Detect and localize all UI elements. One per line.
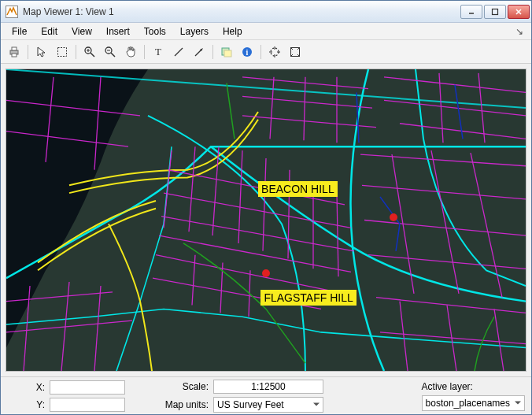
svg-rect-6 bbox=[12, 54, 17, 57]
svg-rect-3 bbox=[493, 9, 498, 14]
active-layer-select[interactable]: boston_placenames bbox=[422, 395, 525, 411]
active-layer-label: Active layer: bbox=[422, 381, 473, 392]
zoom-out-icon[interactable] bbox=[102, 43, 119, 61]
svg-line-17 bbox=[195, 50, 201, 56]
text-icon[interactable]: T bbox=[150, 43, 167, 61]
scale-label: Scale: bbox=[161, 381, 209, 392]
maximize-button[interactable] bbox=[484, 5, 506, 19]
menu-layers[interactable]: Layers bbox=[174, 24, 215, 39]
window-title: Map Viewer 1: View 1 bbox=[23, 6, 460, 17]
line-icon[interactable] bbox=[170, 43, 187, 61]
close-button[interactable] bbox=[508, 5, 530, 19]
svg-text:i: i bbox=[246, 48, 249, 57]
separator bbox=[212, 45, 213, 59]
map-marker[interactable] bbox=[390, 213, 397, 221]
menu-help[interactable]: Help bbox=[216, 24, 249, 39]
window-buttons bbox=[460, 5, 530, 19]
svg-line-13 bbox=[111, 53, 115, 57]
menubar: File Edit View Insert Tools Layers Help … bbox=[1, 23, 531, 40]
app-icon bbox=[6, 6, 18, 18]
separator bbox=[144, 45, 145, 59]
map-annotation[interactable]: FLAGSTAFF HILL bbox=[260, 290, 356, 306]
titlebar: Map Viewer 1: View 1 bbox=[1, 1, 531, 23]
toolbar: T i bbox=[1, 40, 531, 64]
svg-text:T: T bbox=[155, 46, 161, 57]
active-layer-value: boston_placenames bbox=[426, 398, 510, 409]
separator bbox=[260, 45, 261, 59]
svg-rect-7 bbox=[58, 47, 67, 56]
scale-input[interactable] bbox=[213, 380, 323, 394]
menu-insert[interactable]: Insert bbox=[100, 24, 136, 39]
zoom-in-icon[interactable] bbox=[81, 43, 98, 61]
units-value: US Survey Feet bbox=[217, 399, 284, 410]
svg-line-16 bbox=[175, 48, 183, 56]
menu-edit[interactable]: Edit bbox=[35, 24, 64, 39]
layers-icon[interactable] bbox=[218, 43, 235, 61]
separator bbox=[76, 45, 76, 59]
statusbar: X: Y: Scale: Map units: US Survey Feet A… bbox=[1, 376, 531, 414]
menu-file[interactable]: File bbox=[6, 24, 33, 39]
units-label: Map units: bbox=[161, 399, 209, 410]
x-input[interactable] bbox=[50, 380, 125, 395]
svg-rect-5 bbox=[12, 47, 17, 50]
map-marker[interactable] bbox=[262, 269, 270, 277]
pointer-icon[interactable] bbox=[33, 43, 50, 61]
crosshair-icon[interactable] bbox=[266, 43, 283, 61]
select-area-icon[interactable] bbox=[54, 43, 71, 61]
dock-icon[interactable]: ↘ bbox=[512, 26, 526, 37]
info-icon[interactable]: i bbox=[238, 43, 256, 61]
print-icon[interactable] bbox=[6, 43, 23, 61]
units-select[interactable]: US Survey Feet bbox=[213, 397, 323, 413]
svg-rect-19 bbox=[224, 50, 231, 57]
menu-tools[interactable]: Tools bbox=[138, 24, 172, 39]
pan-icon[interactable] bbox=[122, 43, 139, 61]
map-layers bbox=[6, 69, 526, 371]
map-canvas[interactable]: BEACON HILLFLAGSTAFF HILL bbox=[6, 69, 526, 372]
svg-line-9 bbox=[91, 53, 94, 57]
menu-view[interactable]: View bbox=[65, 24, 98, 39]
y-label: Y: bbox=[7, 399, 45, 410]
separator bbox=[28, 45, 28, 59]
arrow-icon[interactable] bbox=[190, 43, 208, 61]
map-annotation[interactable]: BEACON HILL bbox=[258, 181, 338, 197]
x-label: X: bbox=[7, 382, 45, 393]
minimize-button[interactable] bbox=[460, 5, 482, 19]
fit-icon[interactable] bbox=[286, 43, 304, 61]
app-window: Map Viewer 1: View 1 File Edit View Inse… bbox=[0, 0, 532, 415]
y-input[interactable] bbox=[50, 398, 125, 412]
